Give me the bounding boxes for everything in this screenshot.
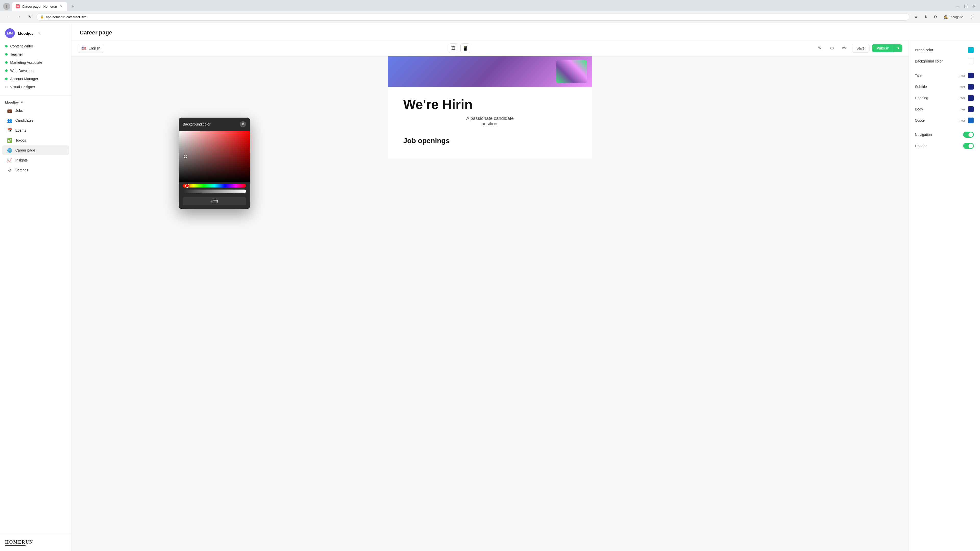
background-color-row: Background color <box>909 56 980 67</box>
preview-jobs-heading: Job openings <box>388 132 592 145</box>
bookmark-button[interactable]: ★ <box>912 13 920 21</box>
job-status-dot <box>5 53 8 56</box>
heading-font-label: Inter <box>959 96 965 100</box>
job-status-dot <box>5 78 8 80</box>
company-name: Moodjoy <box>18 31 34 35</box>
job-item[interactable]: Visual Designer <box>0 83 71 91</box>
sidebar-item-settings[interactable]: ⚙ Settings <box>2 165 69 175</box>
back-button[interactable]: ← <box>4 13 12 21</box>
job-list: Content Writer Teacher Marketing Associa… <box>0 41 71 94</box>
people-icon: 👥 <box>7 118 12 123</box>
main-content: Career page 🇺🇸 English 🖼 <box>72 23 980 551</box>
preview-main-heading: We're Hirin <box>403 97 577 112</box>
brand-color-swatch[interactable] <box>968 47 974 53</box>
sidebar-item-todos[interactable]: ✅ To-dos <box>2 135 69 145</box>
quote-right: Inter <box>959 118 974 124</box>
title-font-label: Inter <box>959 74 965 78</box>
address-bar: ← → ↻ 🔒 app.homerun.co/career-site ★ ⇓ ⚙… <box>0 11 980 23</box>
subtitle-row: Subtitle Inter <box>909 81 980 92</box>
body-label: Body <box>915 107 923 111</box>
tab-close-button[interactable]: ✕ <box>59 4 64 9</box>
heading-color-swatch[interactable] <box>968 95 974 101</box>
heading-label: Heading <box>915 96 928 100</box>
header-toggle[interactable] <box>963 143 974 149</box>
sidebar-section-header[interactable]: Moodjoy ▼ <box>0 98 71 105</box>
reload-button[interactable]: ↻ <box>25 13 34 21</box>
sidebar-header: MM Moodjoy ▼ <box>0 23 71 41</box>
color-picker-close-button[interactable]: ✕ <box>240 121 246 127</box>
canvas-preview: We're Hirin A passionate candidate posit… <box>72 56 908 551</box>
navigation-right <box>963 132 974 138</box>
pencil-tool-button[interactable]: ✎ <box>815 43 824 53</box>
tab-group-button[interactable]: ⋮ <box>3 3 10 10</box>
quote-color-swatch[interactable] <box>968 118 974 124</box>
job-item[interactable]: Account Manager <box>0 75 71 83</box>
mobile-view-button[interactable]: 📱 <box>460 43 470 53</box>
incognito-button[interactable]: 🕵 Incognito <box>941 14 966 20</box>
download-button[interactable]: ⇓ <box>921 13 930 21</box>
title-color-swatch[interactable] <box>968 73 974 79</box>
sidebar-item-label: Settings <box>15 168 28 172</box>
extensions-button[interactable]: ⚙ <box>931 13 939 21</box>
hero-image-thumbnail <box>556 60 587 83</box>
heading-row: Heading Inter <box>909 92 980 103</box>
job-item[interactable]: Content Writer <box>0 42 71 50</box>
sidebar-item-label: Jobs <box>15 108 23 113</box>
sidebar-item-career-page[interactable]: 🌐 Career page <box>2 145 69 155</box>
body-right: Inter <box>959 106 974 112</box>
job-status-dot <box>5 69 8 72</box>
company-dropdown-icon[interactable]: ▼ <box>38 32 41 35</box>
hue-slider[interactable] <box>183 184 246 187</box>
publish-button-group: Publish ▼ <box>872 44 902 52</box>
forward-button[interactable]: → <box>15 13 23 21</box>
color-gradient-area[interactable] <box>179 131 250 182</box>
panel-spacer-2 <box>909 126 980 129</box>
job-item[interactable]: Marketing Associate <box>0 59 71 67</box>
quote-row: Quote Inter <box>909 115 980 126</box>
menu-button[interactable]: ⋮ <box>968 13 976 21</box>
url-text: app.homerun.co/career-site <box>46 15 86 19</box>
alpha-slider[interactable] <box>183 189 246 193</box>
new-tab-button[interactable]: + <box>69 3 76 10</box>
settings-tool-button[interactable]: ⚙ <box>827 43 837 53</box>
preview-tool-button[interactable]: 👁 <box>839 43 849 53</box>
sidebar-item-label: To-dos <box>15 138 26 142</box>
background-color-swatch[interactable] <box>968 58 974 64</box>
navigation-toggle[interactable] <box>963 132 974 138</box>
header-panel-label: Header <box>915 144 927 148</box>
hex-input[interactable] <box>183 197 246 205</box>
color-picker-header: Background color ✕ <box>179 118 250 131</box>
title-label: Title <box>915 73 921 78</box>
sidebar-item-candidates[interactable]: 👥 Candidates <box>2 116 69 125</box>
color-picker-popup: Background color ✕ <box>179 118 250 209</box>
sidebar-item-label: Career page <box>15 148 35 152</box>
restore-button[interactable]: ☐ <box>963 3 969 10</box>
incognito-icon: 🕵 <box>944 15 948 19</box>
title-row: Title Inter <box>909 70 980 81</box>
sidebar-item-events[interactable]: 📅 Events <box>2 125 69 135</box>
quote-font-label: Inter <box>959 119 965 122</box>
body-color-swatch[interactable] <box>968 106 974 112</box>
flag-icon: 🇺🇸 <box>81 46 86 51</box>
publish-dropdown-button[interactable]: ▼ <box>894 44 902 52</box>
sidebar-item-jobs[interactable]: 💼 Jobs <box>2 106 69 115</box>
active-tab[interactable]: H Career page - Homerun ✕ <box>12 2 67 11</box>
url-bar[interactable]: 🔒 app.homerun.co/career-site <box>36 13 909 21</box>
minimize-button[interactable]: − <box>955 3 961 10</box>
sidebar-item-insights[interactable]: 📈 Insights <box>2 156 69 165</box>
job-item[interactable]: Web Developer <box>0 67 71 75</box>
save-button[interactable]: Save <box>852 44 870 52</box>
language-button[interactable]: 🇺🇸 English <box>78 44 104 53</box>
preview-subtext: A passionate candidate position! <box>403 116 577 127</box>
title-right: Inter <box>959 73 974 79</box>
sidebar-section: Moodjoy ▼ 💼 Jobs 👥 Candidates 📅 Events ✅… <box>0 97 71 177</box>
color-picker-cursor[interactable] <box>184 155 187 158</box>
right-panel: Brand color Background color Title Inte <box>908 40 980 551</box>
subtitle-color-swatch[interactable] <box>968 84 974 90</box>
homerun-logo: HOMERUN <box>5 540 66 545</box>
incognito-label: Incognito <box>950 15 963 19</box>
job-item[interactable]: Teacher <box>0 50 71 59</box>
desktop-view-button[interactable]: 🖼 <box>449 43 458 53</box>
close-button[interactable]: ✕ <box>971 3 977 10</box>
publish-button[interactable]: Publish <box>872 44 894 52</box>
